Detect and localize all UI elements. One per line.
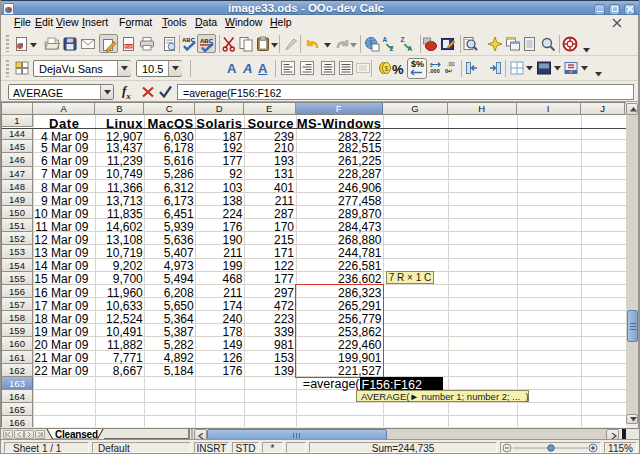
svg-text:Z: Z [401,36,405,43]
svg-text:A: A [383,36,388,43]
svg-text:0↵: 0↵ [445,68,453,74]
svg-text:.00: .00 [447,61,455,67]
svg-text:PDF: PDF [125,45,133,49]
svg-text:ABC: ABC [200,38,214,44]
svg-text:.000: .000 [429,68,440,74]
svg-text:$: $ [385,65,389,72]
